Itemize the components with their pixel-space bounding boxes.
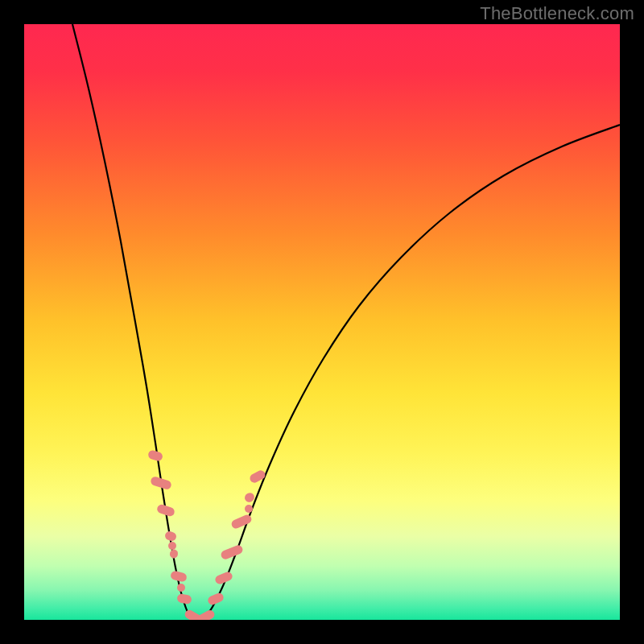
marker-dot bbox=[177, 584, 185, 592]
marker-left bbox=[147, 449, 164, 462]
marker-left bbox=[170, 570, 188, 583]
curve-right-branch bbox=[198, 125, 620, 620]
v-curve bbox=[72, 24, 620, 620]
curve-layer bbox=[24, 24, 620, 620]
marker-right bbox=[249, 469, 267, 484]
marker-left bbox=[169, 548, 180, 559]
marker-right bbox=[207, 592, 225, 606]
marker-dot bbox=[168, 542, 176, 550]
curve-left-branch bbox=[72, 24, 198, 620]
marker-right bbox=[230, 514, 253, 530]
marker-right bbox=[196, 609, 217, 620]
marker-dot bbox=[245, 505, 253, 513]
watermark-text: TheBottleneck.com bbox=[480, 3, 634, 24]
marker-right bbox=[220, 544, 244, 561]
marker-left bbox=[164, 530, 177, 542]
chart-container: TheBottleneck.com bbox=[0, 0, 644, 644]
data-markers bbox=[147, 449, 267, 620]
plot-area bbox=[24, 24, 620, 620]
marker-left bbox=[176, 593, 192, 605]
